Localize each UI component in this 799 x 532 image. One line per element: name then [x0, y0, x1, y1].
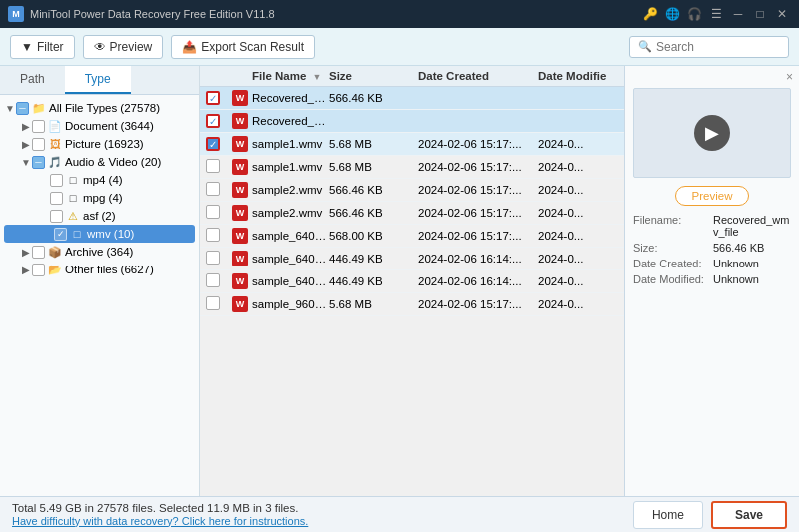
table-row[interactable]: W sample2.wmv 566.46 KB 2024-02-06 15:17…	[200, 202, 624, 225]
status-help-link[interactable]: Have difficulty with data recovery? Clic…	[12, 514, 308, 528]
header-size[interactable]: Size	[329, 70, 418, 82]
expand-icon[interactable]: ▼	[4, 102, 16, 114]
menu-icon[interactable]: ☰	[707, 5, 725, 23]
checkbox-wmv[interactable]: ✓	[54, 228, 67, 241]
checkbox-picture[interactable]	[32, 138, 45, 151]
archive-icon: 📦	[48, 245, 62, 259]
table-row[interactable]: W sample2.wmv 566.46 KB 2024-02-06 15:17…	[200, 179, 624, 202]
preview-button[interactable]: 👁 Preview	[83, 35, 164, 59]
date-created: 2024-02-06 15:17:...	[418, 298, 538, 310]
tree-item-mpg[interactable]: ▶ □ mpg (4)	[0, 189, 199, 207]
left-panel: Path Type ▼ ─ 📁 All File Types (27578) ▶…	[0, 66, 200, 496]
table-row[interactable]: ✓ W Recovered_wmv_f...	[200, 110, 624, 133]
maximize-button[interactable]: □	[751, 5, 769, 23]
wmv-icon: W	[232, 273, 248, 289]
date-modified: 2024-0...	[538, 161, 618, 173]
search-box: 🔍	[629, 36, 789, 58]
checkbox-mpg[interactable]	[50, 192, 63, 205]
header-modified[interactable]: Date Modifie	[538, 70, 618, 82]
row-checkbox[interactable]	[206, 182, 232, 198]
preview-close-button[interactable]: ×	[786, 70, 793, 84]
row-checkbox[interactable]: ✓	[206, 91, 232, 105]
file-type-icon: W	[232, 90, 252, 106]
export-button[interactable]: 📤 Export Scan Result	[171, 35, 315, 59]
search-icon: 🔍	[638, 40, 652, 53]
table-row[interactable]: W sample_640x360... 446.49 KB 2024-02-06…	[200, 270, 624, 293]
expand-icon-pic[interactable]: ▶	[20, 138, 32, 150]
file-table-header: File Name ▼ Size Date Created Date Modif…	[200, 66, 624, 87]
checkbox-mp4[interactable]	[50, 174, 63, 187]
filename: Recovered_wmv_f...	[252, 92, 329, 104]
wmv-icon: W	[232, 205, 248, 221]
row-checkbox[interactable]	[206, 205, 232, 221]
table-row[interactable]: W sample_960x400... 5.68 MB 2024-02-06 1…	[200, 293, 624, 316]
tabs: Path Type	[0, 66, 199, 95]
tree-label-audiovideo: Audio & Video (20)	[65, 156, 161, 168]
tree-item-archive[interactable]: ▶ 📦 Archive (364)	[0, 243, 199, 261]
size-label: Size:	[633, 242, 713, 254]
checkbox-document[interactable]	[32, 120, 45, 133]
checkbox-audiovideo[interactable]: ─	[32, 156, 45, 169]
tree-item-wmv[interactable]: ▶ ✓ □ wmv (10)	[4, 225, 195, 243]
row-checkbox[interactable]: ✓	[206, 114, 232, 128]
close-button[interactable]: ✕	[773, 5, 791, 23]
tree-item-other[interactable]: ▶ 📂 Other files (6627)	[0, 261, 199, 278]
minimize-button[interactable]: ─	[729, 5, 747, 23]
app-icon: M	[8, 6, 24, 22]
expand-icon-other[interactable]: ▶	[20, 264, 32, 275]
row-checkbox[interactable]	[206, 228, 232, 244]
table-row[interactable]: ✓ W Recovered_wmv_f... 566.46 KB	[200, 87, 624, 110]
row-checkbox[interactable]	[206, 296, 232, 312]
filename: sample_960x400...	[252, 298, 329, 310]
row-checkbox[interactable]: ✓	[206, 137, 232, 151]
file-type-icon: W	[232, 273, 252, 289]
filesize: 446.49 KB	[329, 253, 418, 265]
filename: sample1.wmv	[252, 161, 329, 173]
checkbox-asf[interactable]	[50, 210, 63, 223]
tree-item-asf[interactable]: ▶ ⚠ asf (2)	[0, 207, 199, 225]
statusbar: Total 5.49 GB in 27578 files. Selected 1…	[0, 496, 799, 532]
preview-action-button[interactable]: Preview	[675, 186, 750, 206]
other-icon: 📂	[48, 263, 62, 276]
globe-icon[interactable]: 🌐	[663, 5, 681, 23]
tree-label-asf: asf (2)	[83, 210, 116, 222]
tree-item-audiovideo[interactable]: ▼ ─ 🎵 Audio & Video (20)	[0, 153, 199, 171]
key-icon[interactable]: 🔑	[641, 5, 659, 23]
filesize: 566.46 KB	[329, 92, 418, 104]
filter-button[interactable]: ▼ Filter	[10, 35, 75, 59]
folder-icon: 📁	[32, 101, 46, 115]
expand-icon-av[interactable]: ▼	[20, 156, 32, 168]
row-checkbox[interactable]	[206, 159, 232, 175]
meta-created-row: Date Created: Unknown	[633, 258, 791, 269]
preview-icon: 👁	[94, 40, 106, 54]
header-filename[interactable]: File Name ▼	[252, 70, 329, 82]
row-checkbox[interactable]	[206, 273, 232, 289]
filename: sample_640x360...	[252, 230, 329, 242]
tab-type[interactable]: Type	[65, 66, 131, 94]
expand-icon-archive[interactable]: ▶	[20, 246, 32, 258]
tab-path[interactable]: Path	[0, 66, 65, 94]
save-button[interactable]: Save	[711, 501, 787, 529]
help-link[interactable]: Have difficulty with data recovery? Clic…	[12, 515, 308, 527]
date-created: 2024-02-06 15:17:...	[418, 230, 538, 242]
search-input[interactable]	[656, 40, 776, 54]
row-checkbox[interactable]	[206, 251, 232, 266]
tree-item-all[interactable]: ▼ ─ 📁 All File Types (27578)	[0, 99, 199, 117]
table-row[interactable]: W sample1.wmv 5.68 MB 2024-02-06 15:17:.…	[200, 156, 624, 179]
picture-icon: 🖼	[48, 137, 62, 151]
table-row[interactable]: W sample_640x360... 446.49 KB 2024-02-06…	[200, 248, 624, 270]
filter-icon: ▼	[21, 40, 33, 54]
home-button[interactable]: Home	[633, 501, 703, 529]
tree-item-mp4[interactable]: ▶ □ mp4 (4)	[0, 171, 199, 189]
tree-item-picture[interactable]: ▶ 🖼 Picture (16923)	[0, 135, 199, 153]
table-row[interactable]: ✓ W sample1.wmv 5.68 MB 2024-02-06 15:17…	[200, 133, 624, 156]
headphone-icon[interactable]: 🎧	[685, 5, 703, 23]
checkbox-archive[interactable]	[32, 246, 45, 259]
file-type-icon: W	[232, 296, 252, 312]
expand-icon-doc[interactable]: ▶	[20, 120, 32, 132]
checkbox-all[interactable]: ─	[16, 102, 29, 115]
header-created[interactable]: Date Created	[418, 70, 538, 82]
table-row[interactable]: W sample_640x360... 568.00 KB 2024-02-06…	[200, 225, 624, 248]
tree-item-document[interactable]: ▶ 📄 Document (3644)	[0, 117, 199, 135]
checkbox-other[interactable]	[32, 264, 45, 276]
